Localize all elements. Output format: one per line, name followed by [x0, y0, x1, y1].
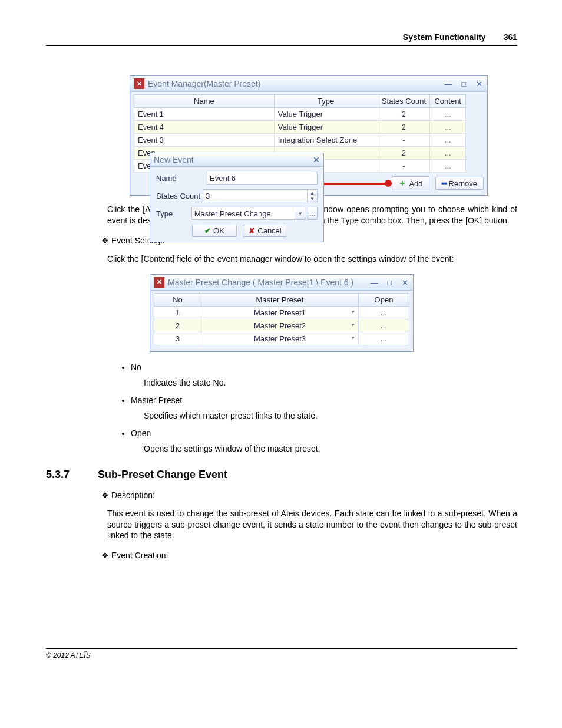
states-input[interactable] — [203, 189, 308, 202]
minimize-icon[interactable]: — — [444, 80, 453, 88]
bullet-list: No Indicates the state No. Master Preset… — [107, 363, 517, 453]
minus-icon: ━ — [442, 179, 447, 188]
close-icon[interactable]: ✕ — [474, 80, 484, 88]
page-number: 361 — [504, 32, 517, 42]
page-footer: © 2012 ATEÏS — [46, 648, 517, 660]
content-cell[interactable]: ... — [430, 108, 466, 121]
col-no[interactable]: No — [154, 293, 201, 306]
content-cell[interactable]: ... — [430, 147, 466, 160]
master-preset-title: Master Preset Change ( Master Preset1 \ … — [168, 278, 353, 287]
table-row[interactable]: 3 Master Preset3 ... — [154, 332, 409, 345]
content-cell[interactable]: ... — [430, 160, 466, 173]
table-row[interactable]: Event 1 Value Trigger 2 ... — [134, 108, 466, 121]
content-cell[interactable]: ... — [430, 134, 466, 147]
content-cell[interactable]: ... — [430, 121, 466, 134]
table-row[interactable]: Event 3 Integration Select Zone - ... — [134, 134, 466, 147]
table-header-row: Name Type States Count Content — [134, 95, 466, 108]
table-row[interactable]: 2 Master Preset2 ... — [154, 319, 409, 332]
list-text: Indicates the state No. — [144, 378, 517, 387]
app-icon: ✕ — [154, 277, 164, 288]
col-type[interactable]: Type — [274, 95, 378, 108]
remove-button[interactable]: ━ Remove — [435, 177, 484, 190]
open-cell[interactable]: ... — [359, 306, 409, 319]
event-manager-title: Event Manager(Master Preset) — [148, 79, 260, 88]
states-label: States Count — [156, 192, 203, 200]
close-icon[interactable]: ✕ — [400, 278, 409, 287]
event-manager-titlebar[interactable]: ✕ Event Manager(Master Preset) — □ ✕ — [130, 76, 487, 92]
subheading: ❖Event Creation: — [101, 551, 517, 560]
new-event-dialog: New Event ✕ Name States Count ▲▼ Type — [150, 153, 324, 242]
event-manager-window: ✕ Event Manager(Master Preset) — □ ✕ Nam… — [130, 75, 488, 196]
chevron-down-icon[interactable]: ▼ — [296, 207, 305, 220]
cancel-button[interactable]: ✘ Cancel — [243, 225, 287, 237]
new-event-title: New Event — [154, 155, 194, 164]
header-title: System Functionality — [403, 32, 486, 42]
paragraph: Click the [Content] field of the event m… — [107, 253, 517, 265]
arrow-indicator — [318, 180, 388, 187]
plus-icon: ＋ — [398, 178, 406, 189]
col-preset[interactable]: Master Preset — [201, 293, 359, 306]
app-icon: ✕ — [134, 78, 144, 89]
list-item: Open Opens the settings window of the ma… — [131, 429, 517, 453]
subheading: ❖Description: — [101, 490, 517, 500]
page-header: System Functionality 361 — [46, 32, 517, 46]
list-text: Opens the settings window of the master … — [144, 444, 517, 453]
x-icon: ✘ — [249, 226, 255, 235]
paragraph: This event is used to change the sub-pre… — [107, 508, 517, 542]
check-icon: ✔ — [204, 226, 211, 235]
list-item: No Indicates the state No. — [131, 363, 517, 387]
minimize-icon[interactable]: — — [369, 278, 379, 287]
master-preset-table: No Master Preset Open 1 Master Preset1 .… — [154, 293, 409, 345]
master-preset-window: ✕ Master Preset Change ( Master Preset1 … — [150, 274, 414, 352]
name-input[interactable] — [207, 172, 318, 185]
type-label: Type — [156, 209, 191, 218]
list-item: Master Preset Specifies which master pre… — [131, 396, 517, 420]
new-event-titlebar[interactable]: New Event ✕ — [150, 153, 323, 167]
add-button[interactable]: ＋ Add — [392, 176, 429, 190]
preset-dropdown[interactable]: Master Preset2 — [201, 319, 359, 332]
table-row[interactable]: 1 Master Preset1 ... — [154, 306, 409, 319]
type-combo[interactable] — [191, 207, 296, 220]
master-preset-titlebar[interactable]: ✕ Master Preset Change ( Master Preset1 … — [150, 275, 413, 291]
maximize-icon[interactable]: □ — [385, 278, 394, 287]
col-states[interactable]: States Count — [378, 95, 430, 108]
open-cell[interactable]: ... — [359, 319, 409, 332]
ok-button[interactable]: ✔ OK — [192, 225, 237, 237]
close-icon[interactable]: ✕ — [313, 155, 320, 164]
section-heading: 5.3.7 Sub-Preset Change Event — [46, 469, 517, 481]
type-more-button[interactable]: … — [308, 207, 318, 220]
col-name[interactable]: Name — [134, 95, 275, 108]
open-cell[interactable]: ... — [359, 332, 409, 345]
name-label: Name — [156, 174, 207, 183]
spinner-buttons[interactable]: ▲▼ — [308, 189, 318, 202]
table-row[interactable]: Event 4 Value Trigger 2 ... — [134, 121, 466, 134]
col-content[interactable]: Content — [430, 95, 466, 108]
section-title: Sub-Preset Change Event — [98, 469, 227, 481]
preset-dropdown[interactable]: Master Preset1 — [201, 306, 359, 319]
maximize-icon[interactable]: □ — [459, 80, 468, 88]
table-header-row: No Master Preset Open — [154, 293, 409, 306]
preset-dropdown[interactable]: Master Preset3 — [201, 332, 359, 345]
col-open[interactable]: Open — [359, 293, 409, 306]
list-text: Specifies which master preset links to t… — [144, 411, 517, 420]
section-number: 5.3.7 — [46, 469, 98, 481]
